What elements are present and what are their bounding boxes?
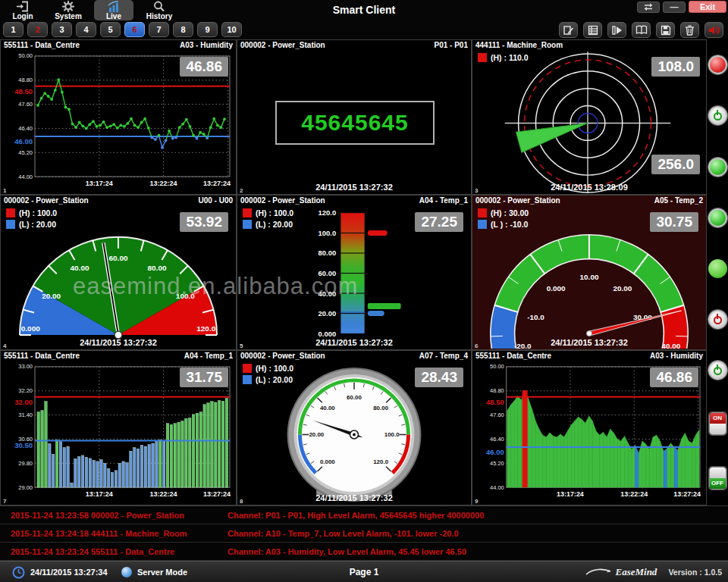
svg-text:29.00: 29.00 xyxy=(18,484,33,491)
station-label: 444111 - Machine_Room xyxy=(475,41,563,50)
svg-text:0.000: 0.000 xyxy=(318,330,337,338)
list-button[interactable] xyxy=(583,22,602,38)
alarm-row[interactable]: 2015-11-24 13:23:58000002 - Power_Statio… xyxy=(0,506,728,524)
legend-label: (H) : 110.0 xyxy=(491,53,529,62)
panel-trend-humidity[interactable]: 555111 - Data_CentreA03 - Humidity 50.00… xyxy=(0,39,237,195)
power-button-green-1[interactable] xyxy=(708,106,727,125)
switch-off-label: OFF xyxy=(710,478,726,489)
minimize-button[interactable]: — xyxy=(663,2,686,13)
svg-text:45.20: 45.20 xyxy=(18,149,33,156)
svg-text:80.00: 80.00 xyxy=(318,249,337,257)
legend-color-swatch xyxy=(478,208,487,217)
page-tab-10[interactable]: 10 xyxy=(221,22,242,37)
server-mode-label: Server Mode xyxy=(137,568,187,577)
legend-entry: (H) : 100.0 xyxy=(6,208,57,217)
svg-text:13:17:24: 13:17:24 xyxy=(86,180,113,187)
svg-text:0.000: 0.000 xyxy=(21,324,40,333)
panel-radar[interactable]: 444111 - Machine_Room (H) : 110.0 108.0 … xyxy=(472,39,707,195)
legend-label: (L ) : -10.0 xyxy=(491,220,528,229)
status-bar: 24/11/2015 13:27:34 Server Mode Page 1 E… xyxy=(0,561,728,582)
svg-text:29.80: 29.80 xyxy=(18,460,33,467)
panel-gauge-round[interactable]: 000002 - Power_StationA07 - Temp_4 0.000… xyxy=(237,350,472,505)
power-button-green-2[interactable] xyxy=(708,361,727,380)
panel-index: 1 xyxy=(3,187,6,194)
timestamp: 24/11/2015 13:27:32 xyxy=(237,493,471,502)
page-tab-5[interactable]: 5 xyxy=(100,22,121,37)
station-label: 555111 - Data_Centre xyxy=(4,352,80,361)
legend-entry: (H) : 100.0 xyxy=(243,364,293,373)
page-tab-3[interactable]: 3 xyxy=(52,22,72,37)
exit-button[interactable]: Exit xyxy=(689,1,726,13)
station-label: 000002 - Power_Station xyxy=(4,196,89,205)
value-badge-bottom: 256.0 xyxy=(651,155,700,174)
page-tab-9[interactable]: 9 xyxy=(197,22,218,37)
alarm-row[interactable]: 2015-11-24 13:23:24555111 - Data_CentreC… xyxy=(0,543,728,561)
svg-text:40.00: 40.00 xyxy=(320,405,335,411)
speaker-icon xyxy=(708,25,720,36)
panel-gauge-arc-alarm[interactable]: 000002 - Power_StationA05 - Temp_2 -20.0… xyxy=(472,195,707,350)
save-icon xyxy=(661,25,671,36)
svg-text:13:22:24: 13:22:24 xyxy=(620,490,648,498)
restore-button[interactable] xyxy=(637,2,660,13)
svg-text:48.50: 48.50 xyxy=(486,398,504,406)
alarm-time: 2015-11-24 13:24:18 xyxy=(0,529,83,538)
svg-text:80.00: 80.00 xyxy=(147,264,166,272)
status-lamp-green-1[interactable] xyxy=(708,158,727,177)
svg-text:31.40: 31.40 xyxy=(18,411,33,418)
panel-gauge-semi[interactable]: 000002 - Power_StationU00 - U00 0.00020.… xyxy=(0,195,237,350)
svg-text:50.00: 50.00 xyxy=(18,52,33,59)
alarm-lamp-red[interactable] xyxy=(708,55,727,74)
legend-label: (H) : 100.0 xyxy=(256,364,293,373)
run-button[interactable] xyxy=(607,22,626,38)
power-button-red[interactable] xyxy=(708,310,727,329)
svg-text:13:17:24: 13:17:24 xyxy=(86,490,113,498)
page-tab-1[interactable]: 1 xyxy=(3,22,24,37)
status-lamp-green-2[interactable] xyxy=(708,208,727,227)
svg-text:33.00: 33.00 xyxy=(18,363,33,370)
legend-color-swatch xyxy=(243,220,252,229)
svg-text:0.000: 0.000 xyxy=(547,284,566,293)
svg-text:32.00: 32.00 xyxy=(14,398,33,406)
legend-color-swatch xyxy=(243,375,252,384)
rocker-switch-on[interactable]: ON xyxy=(709,412,726,435)
digital-value: 45645645 xyxy=(301,110,408,136)
page-tab-8[interactable]: 8 xyxy=(173,22,193,37)
legend-label: (L) : 20.00 xyxy=(256,375,293,384)
svg-text:50.00: 50.00 xyxy=(490,363,504,370)
svg-text:47.60: 47.60 xyxy=(490,411,504,418)
book-button[interactable] xyxy=(632,22,651,38)
trash-icon xyxy=(685,25,695,36)
channel-label: A04 - Temp_1 xyxy=(419,196,468,205)
led-indicator-green[interactable] xyxy=(708,259,727,278)
legend-color-swatch xyxy=(243,208,252,217)
panel-bar-chart[interactable]: 555111 - Data_CentreA04 - Temp_1 33.0032… xyxy=(0,350,237,505)
svg-text:100.0: 100.0 xyxy=(384,431,400,438)
edit-button[interactable] xyxy=(559,22,578,38)
page-tab-2[interactable]: 2 xyxy=(27,22,48,37)
legend-label: (H) : 30.00 xyxy=(491,208,529,217)
svg-text:45.20: 45.20 xyxy=(490,460,504,467)
trash-button[interactable] xyxy=(680,22,699,38)
page-label: Page 1 xyxy=(350,562,379,582)
panel-digital-readout[interactable]: 000002 - Power_StationP01 - P01 45645645… xyxy=(237,39,472,195)
svg-text:20.00: 20.00 xyxy=(309,431,324,438)
svg-text:0.000: 0.000 xyxy=(320,458,335,465)
page-tab-6[interactable]: 6 xyxy=(124,22,145,37)
page-tab-4[interactable]: 4 xyxy=(76,22,96,37)
panel-index: 8 xyxy=(240,498,243,505)
save-button[interactable] xyxy=(656,22,675,38)
timestamp: 24/11/2015 13:27:32 xyxy=(1,338,236,347)
legend: (H) : 100.0(L) : 20.00 xyxy=(243,364,293,386)
svg-text:13:17:24: 13:17:24 xyxy=(557,490,584,498)
rocker-switch-off[interactable]: OFF xyxy=(709,467,726,490)
legend-entry: (H) : 100.0 xyxy=(243,208,293,217)
alarm-station: 555111 - Data_Centre xyxy=(83,547,221,556)
panel-vertical-bar-gauge[interactable]: 000002 - Power_StationA04 - Temp_1 120.0… xyxy=(237,195,472,350)
panel-area-chart[interactable]: 555111 - Data_CentreA03 - Humidity 50.00… xyxy=(472,350,707,505)
legend-color-swatch xyxy=(6,208,15,217)
page-tab-7[interactable]: 7 xyxy=(149,22,169,37)
alarm-row[interactable]: 2015-11-24 13:24:18444111 - Machine_Room… xyxy=(0,524,728,543)
legend: (H) : 30.00(L ) : -10.0 xyxy=(478,208,529,231)
svg-text:80.00: 80.00 xyxy=(373,405,388,411)
audio-alarm-button[interactable] xyxy=(704,22,723,38)
